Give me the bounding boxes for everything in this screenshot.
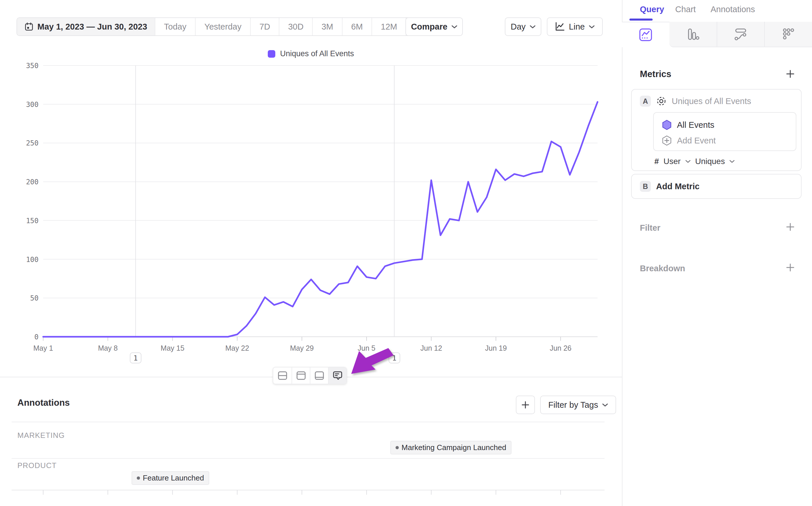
add-metric-plus-icon[interactable]: [786, 70, 795, 78]
view-toolbar: [273, 367, 347, 384]
report-type-tabbar: [622, 22, 812, 47]
annotations-view-button[interactable]: [328, 367, 346, 384]
comment-icon: [333, 371, 343, 380]
bottom-panel-icon: [315, 371, 324, 380]
chevron-down-icon: [685, 160, 691, 163]
add-event-row[interactable]: Add Event: [662, 135, 716, 146]
add-filter-plus-icon[interactable]: [786, 223, 795, 231]
metric-b-badge: B: [640, 181, 651, 192]
split-view-button[interactable]: [273, 367, 291, 384]
event-name: All Events: [677, 120, 714, 130]
retention-report-tab[interactable]: [764, 22, 812, 47]
retention-icon: [782, 28, 795, 40]
filter-section-title: Filter: [640, 223, 660, 233]
metric-a-badge: A: [640, 96, 651, 107]
top-panel-icon: [296, 371, 306, 380]
event-row-all-events[interactable]: All Events: [662, 119, 714, 131]
add-breakdown-plus-icon[interactable]: [786, 263, 795, 272]
annotations-timeline-axis: [0, 0, 622, 506]
number-type-icon: #: [654, 157, 659, 166]
measure-entity: User: [664, 157, 681, 166]
tab-query[interactable]: Query: [640, 5, 664, 14]
flows-report-tab[interactable]: [717, 22, 764, 47]
tab-annotations[interactable]: Annotations: [711, 5, 755, 14]
insights-icon: [639, 28, 652, 41]
measure-selector[interactable]: # User Uniques: [654, 157, 735, 166]
flows-icon: [734, 28, 747, 40]
insights-report-tab[interactable]: [622, 22, 669, 47]
breakdown-section-title: Breakdown: [640, 264, 685, 273]
measure-type: Uniques: [695, 157, 725, 166]
metric-a-header[interactable]: A Uniques of All Events: [640, 95, 795, 107]
metric-options-icon[interactable]: [656, 96, 666, 106]
split-horizontal-icon: [278, 371, 287, 380]
top-panel-view-button[interactable]: [291, 367, 310, 384]
event-card: All Events Add Event: [653, 112, 796, 151]
add-metric-label: Add Metric: [656, 182, 700, 191]
metrics-section-title: Metrics: [640, 69, 671, 79]
bottom-panel-view-button[interactable]: [310, 367, 328, 384]
active-tab-underline: [629, 18, 653, 20]
metric-a-label: Uniques of All Events: [672, 96, 751, 106]
funnels-icon: [687, 28, 699, 40]
add-event-icon: [662, 135, 672, 146]
tab-chart[interactable]: Chart: [675, 5, 696, 14]
main-panel: May 1, 2023 — Jun 30, 2023 TodayYesterda…: [0, 0, 622, 506]
chevron-down-icon: [729, 160, 735, 163]
inactive-report-tabs: [669, 22, 812, 47]
funnels-report-tab[interactable]: [669, 22, 717, 47]
metric-card-a[interactable]: A Uniques of All Events All Events Add E…: [631, 89, 802, 171]
metric-card-b[interactable]: B Add Metric: [631, 174, 802, 199]
add-event-label: Add Event: [677, 136, 716, 146]
event-hexagon-icon: [662, 120, 672, 130]
